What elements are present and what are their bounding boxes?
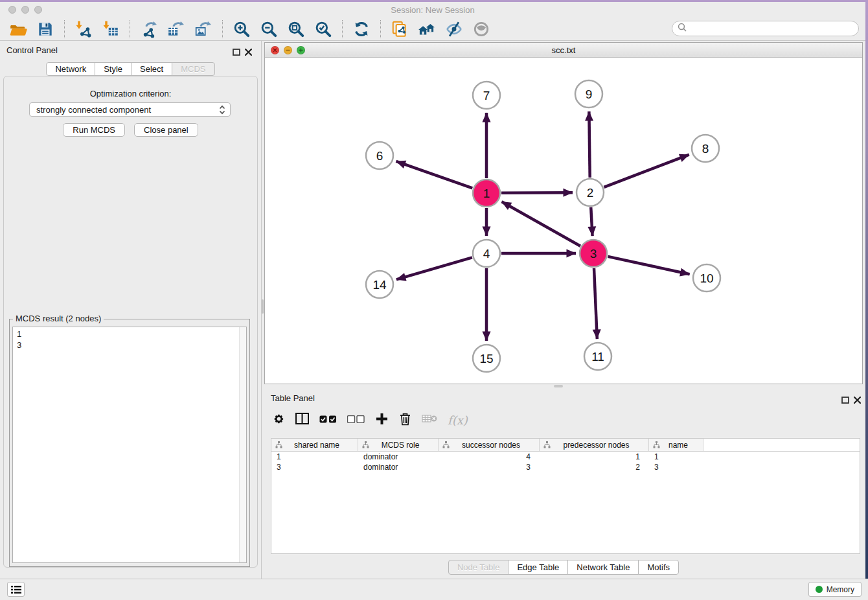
clone-network-button[interactable] [390,19,409,39]
window-close-button[interactable] [8,6,16,14]
zoom-fit-button[interactable] [286,19,306,39]
task-history-button[interactable] [7,582,25,597]
horizontal-splitter-handle[interactable] [554,385,563,387]
column-header-MCDS-role[interactable]: MCDS role [358,439,439,451]
export-network-button[interactable] [139,19,159,39]
table-panel-close-button[interactable] [854,395,861,406]
edge-2-8[interactable] [604,155,689,187]
hierarchy-icon [442,441,450,448]
network-maximize-button[interactable] [297,46,305,54]
save-session-button[interactable] [36,19,55,39]
network-canvas[interactable]: 7968124314101511 [265,58,862,384]
zoom-out-button[interactable] [259,19,279,39]
tab-edge-table[interactable]: Edge Table [508,560,568,575]
deselect-all-rows-button[interactable] [347,411,365,428]
deselect-all-rows-icon [347,414,365,426]
window-zoom-button[interactable] [34,6,42,14]
table-cell[interactable]: 3 [271,463,358,472]
edge-3-1[interactable] [502,202,580,246]
edge-1-6[interactable] [396,161,472,188]
table-cell[interactable]: 1 [649,452,703,461]
table-row[interactable]: 1dominator411 [271,452,860,462]
minus-glyph-icon [286,48,290,52]
zoom-selected-button[interactable] [314,19,333,39]
table-panel-float-button[interactable] [841,395,849,406]
column-header-successor-nodes[interactable]: successor nodes [439,439,540,451]
refresh-layout-icon [352,20,371,38]
edge-2-9[interactable] [589,111,589,178]
search-input[interactable] [687,22,858,35]
mcds-result-scrollbar[interactable] [239,327,246,562]
memory-button[interactable]: Memory [808,582,862,597]
tab-select[interactable]: Select [131,62,172,76]
mcds-result-title: MCDS result (2 nodes) [13,314,104,323]
zoom-in-button[interactable] [232,19,251,39]
edge-3-11[interactable] [594,268,597,339]
network-graph-svg[interactable]: 7968124314101511 [265,58,862,384]
table-cell[interactable]: 3 [649,463,703,472]
node-label-9: 9 [586,87,593,101]
table-cell[interactable]: dominator [358,452,439,461]
delete-column-button[interactable] [398,411,411,428]
home-view-button[interactable] [417,19,437,39]
table-cell[interactable]: dominator [358,463,439,472]
column-header-predecessor-nodes[interactable]: predecessor nodes [540,439,649,451]
delete-table-button [422,411,437,428]
tab-network[interactable]: Network [46,62,95,76]
table-row[interactable]: 3dominator323 [271,462,860,472]
window-minimize-button[interactable] [21,6,29,14]
edge-1-2[interactable] [501,192,573,193]
close-panel-button[interactable]: Close panel [134,123,198,137]
mcds-result-text[interactable]: 1 3 [12,327,247,563]
column-header-name[interactable]: name [649,439,703,451]
hide-view-icon [445,20,463,38]
table-panel-tabs: Node TableEdge TableNetwork TableMotifs [264,560,863,575]
tab-network-table[interactable]: Network Table [567,560,639,575]
table-cell[interactable]: 1 [540,452,649,461]
tab-style[interactable]: Style [95,62,131,76]
tab-motifs[interactable]: Motifs [638,560,679,575]
hierarchy-icon [275,441,282,448]
import-table-button[interactable] [101,19,120,39]
table-toolbar: f(x) [272,407,468,433]
refresh-layout-button[interactable] [352,19,371,39]
edge-2-3[interactable] [591,207,592,236]
table-cell[interactable]: 4 [439,452,540,461]
tab-mcds[interactable]: MCDS [172,62,214,76]
column-header-shared-name[interactable]: shared name [271,439,358,451]
import-network-button[interactable] [74,19,93,39]
export-image-button[interactable] [194,19,213,39]
node-table-body: 1dominator4113dominator323 [271,452,860,472]
optimization-criterion-select[interactable]: strongly connected component [29,102,231,117]
apply-function-button: f(x) [448,411,468,428]
tab-node-table[interactable]: Node Table [448,560,509,575]
table-cell[interactable]: 1 [271,452,358,461]
show-view-button[interactable] [472,19,491,39]
add-column-button[interactable] [375,411,388,428]
table-cell[interactable]: 3 [439,463,540,472]
table-options-button[interactable] [272,411,285,428]
network-close-button[interactable] [271,46,279,54]
control-panel-float-button[interactable] [233,47,240,58]
table-cell[interactable]: 2 [540,463,649,472]
hide-view-button[interactable] [444,19,464,39]
vertical-splitter-handle[interactable] [262,299,264,314]
toolbar-separator [380,20,381,38]
table-panel-header: Table Panel [264,389,863,406]
desktop-edge-right [865,0,868,600]
run-mcds-button[interactable]: Run MCDS [63,123,125,137]
network-view-window: scc.txt 7968124314101511 [264,42,863,384]
export-table-button[interactable] [166,19,186,39]
mcds-panel: Optimization criterion: strongly connect… [3,76,258,568]
network-minimize-button[interactable] [284,46,292,54]
window-title: Session: New Session [391,5,474,15]
open-session-button[interactable] [8,19,28,39]
import-table-icon [102,20,120,38]
select-all-rows-button[interactable] [319,411,337,428]
control-panel-close-button[interactable] [245,47,252,58]
edge-3-10[interactable] [608,257,689,274]
column-visibility-button[interactable] [295,411,309,428]
network-window-controls [271,46,305,54]
edge-4-14[interactable] [396,257,472,279]
window-titlebar: Session: New Session [0,2,865,17]
